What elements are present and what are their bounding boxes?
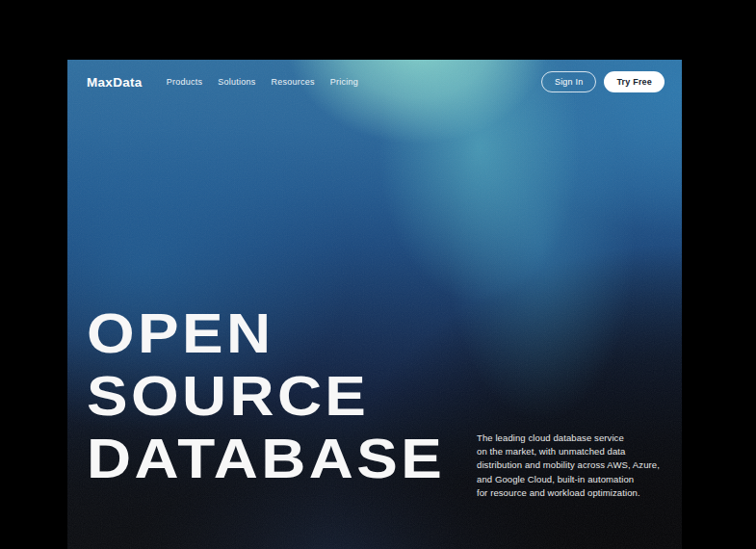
top-nav: MaxData Products Solutions Resources Pri… [67, 60, 682, 92]
nav-item-pricing[interactable]: Pricing [330, 77, 358, 87]
headline-line-3: DATABASE [87, 428, 445, 490]
nav-item-solutions[interactable]: Solutions [218, 77, 255, 87]
sign-in-button[interactable]: Sign In [541, 71, 596, 92]
try-free-button[interactable]: Try Free [604, 71, 665, 92]
headline-line-1: OPEN [87, 302, 445, 365]
nav-item-products[interactable]: Products [167, 77, 203, 87]
page-background: MaxData Products Solutions Resources Pri… [0, 0, 756, 549]
maxdata-logo[interactable]: MaxData [87, 75, 143, 90]
hero-description: The leading cloud database service on th… [477, 431, 682, 500]
hero-headline: OPEN SOURCE DATABASE [87, 302, 445, 490]
nav-item-resources[interactable]: Resources [271, 77, 314, 87]
nav-links: Products Solutions Resources Pricing [167, 77, 358, 87]
hero-section: MaxData Products Solutions Resources Pri… [67, 60, 682, 549]
headline-line-2: SOURCE [87, 365, 445, 428]
